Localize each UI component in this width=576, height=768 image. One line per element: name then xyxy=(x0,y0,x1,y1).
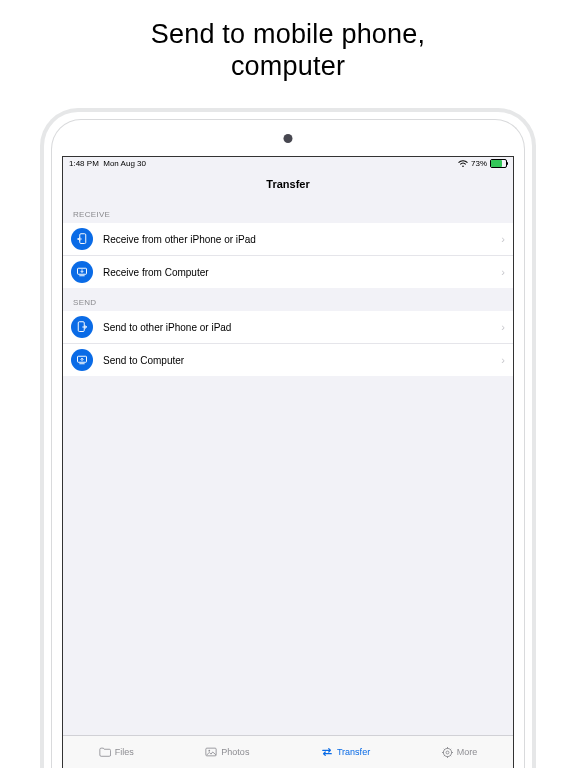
tab-photos[interactable]: Photos xyxy=(205,747,249,757)
tab-transfer[interactable]: Transfer xyxy=(321,747,370,757)
status-time: 1:48 PM xyxy=(69,159,99,168)
folder-icon xyxy=(99,747,111,757)
promo-heading: Send to mobile phone, computer xyxy=(0,0,576,88)
tab-label: Photos xyxy=(221,747,249,757)
tab-bar: Files Photos Transfer xyxy=(63,735,513,768)
row-label: Send to Computer xyxy=(103,355,491,366)
screen: 1:48 PM Mon Aug 30 73% Transfer RECEIVE xyxy=(62,156,514,768)
chevron-right-icon: › xyxy=(501,321,505,333)
row-receive-device[interactable]: Receive from other iPhone or iPad › xyxy=(63,223,513,255)
device-receive-icon xyxy=(71,228,93,250)
computer-send-icon xyxy=(71,349,93,371)
tab-label: Transfer xyxy=(337,747,370,757)
section-header-receive: RECEIVE xyxy=(63,200,513,223)
promo-line1: Send to mobile phone, xyxy=(151,19,425,49)
row-send-computer[interactable]: Send to Computer › xyxy=(63,343,513,376)
gear-icon xyxy=(442,747,453,758)
row-label: Receive from Computer xyxy=(103,267,491,278)
wifi-icon xyxy=(458,160,468,168)
page-title: Transfer xyxy=(63,170,513,200)
svg-point-5 xyxy=(209,750,211,752)
computer-receive-icon xyxy=(71,261,93,283)
status-bar: 1:48 PM Mon Aug 30 73% xyxy=(63,157,513,170)
chevron-right-icon: › xyxy=(501,354,505,366)
front-camera-icon xyxy=(284,134,293,143)
svg-point-7 xyxy=(446,751,449,754)
status-date: Mon Aug 30 xyxy=(103,159,146,168)
tab-label: Files xyxy=(115,747,134,757)
device-send-icon xyxy=(71,316,93,338)
row-label: Send to other iPhone or iPad xyxy=(103,322,491,333)
status-battery-pct: 73% xyxy=(471,159,487,168)
battery-icon xyxy=(490,159,507,168)
row-receive-computer[interactable]: Receive from Computer › xyxy=(63,255,513,288)
transfer-icon xyxy=(321,747,333,757)
chevron-right-icon: › xyxy=(501,233,505,245)
tab-more[interactable]: More xyxy=(442,747,478,758)
section-header-send: SEND xyxy=(63,288,513,311)
photos-icon xyxy=(205,747,217,757)
tab-files[interactable]: Files xyxy=(99,747,134,757)
ipad-frame: 1:48 PM Mon Aug 30 73% Transfer RECEIVE xyxy=(40,108,536,768)
row-label: Receive from other iPhone or iPad xyxy=(103,234,491,245)
promo-line2: computer xyxy=(231,51,345,81)
tab-label: More xyxy=(457,747,478,757)
chevron-right-icon: › xyxy=(501,266,505,278)
row-send-device[interactable]: Send to other iPhone or iPad › xyxy=(63,311,513,343)
